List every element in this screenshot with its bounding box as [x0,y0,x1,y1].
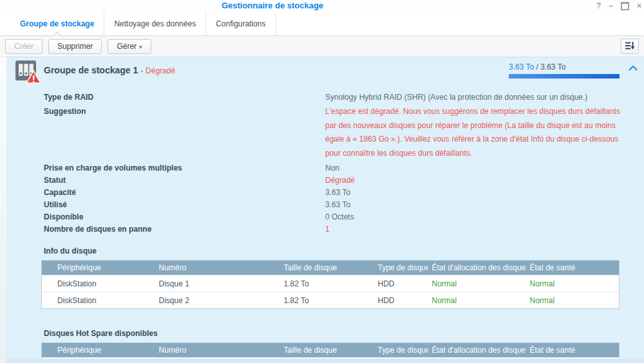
detail-label: Disponible [44,211,325,223]
detail-row-status: Statut Dégradé [44,174,644,187]
detail-value: 3.63 To [325,187,623,199]
disk-info-table: Périphérique Numéro Taille de disque Typ… [41,260,620,309]
storage-group-panel: Groupe de stockage 1 - Dégradé 3.63 To /… [6,57,644,363]
hot-spare-table: Périphérique Numéro Taille de disque Typ… [41,342,620,363]
delete-button[interactable]: Supprimer [48,39,102,54]
close-icon[interactable]: × [637,1,641,10]
detail-row-suggestion: Suggestion L'espace est dégradé. Nous vo… [44,105,644,160]
group-status: Dégradé [146,66,175,75]
tab-data-scrubbing[interactable]: Nettoyage des données [104,12,206,35]
column-header: État d'allocation des disques [428,343,526,358]
detail-row-multi-volume: Prise en charge de volumes multiples Non [44,162,644,174]
detail-row-raid-type: Type de RAID Synology Hybrid RAID (SHR) … [44,91,644,104]
detail-value: 0 Octets [325,211,623,223]
detail-label: Capacité [44,187,325,199]
toolbar: Créer Supprimer Gérer▾ [0,36,644,57]
storage-manager-window: Gestionnaire de stockage ? – × Groupe de… [0,0,644,363]
detail-label: Type de RAID [44,91,325,104]
cell-health-status: Normal [526,292,620,309]
tab-storage-group[interactable]: Groupe de stockage [10,12,104,35]
cell-type: HDD [374,292,428,309]
minimize-icon[interactable]: – [609,1,613,10]
column-header: État d'allocation des disques [428,261,526,275]
help-icon[interactable]: ? [596,1,601,10]
detail-row-failed-disks: Nombre de disques en panne 1 [44,223,644,236]
tab-bar: Groupe de stockage Nettoyage des données… [0,12,644,36]
tab-data-scrubbing-label: Nettoyage des données [114,19,196,28]
tab-configurations-label: Configurations [216,19,265,28]
column-header: Périphérique [42,343,155,358]
column-header: Taille de disque [280,261,374,275]
detail-label: Statut [44,174,325,187]
column-header: Taille de disque [280,343,374,358]
detail-label: Utilisé [44,199,325,211]
cell-type: HDD [374,275,428,292]
table-row[interactable]: DiskStation Disque 1 1.82 To HDD Normal … [42,275,620,292]
collapse-panel-button[interactable] [629,65,638,71]
cell-device: DiskStation [42,292,155,309]
cell-number: Disque 1 [155,275,280,292]
cell-number: Disque 2 [155,292,280,309]
column-header: Type de disque [374,261,428,275]
table-header-row: Périphérique Numéro Taille de disque Typ… [42,261,620,275]
column-header: Type de disque [374,343,428,358]
storage-group-header[interactable]: Groupe de stockage 1 - Dégradé 3.63 To /… [6,57,644,87]
tab-configurations[interactable]: Configurations [206,12,276,35]
group-details: Type de RAID Synology Hybrid RAID (SHR) … [6,87,644,236]
detail-row-used: Utilisé 3.63 To [44,199,644,211]
group-name: Groupe de stockage 1 [44,65,138,75]
usage-total: 3.63 To [540,62,565,71]
detail-value: 1 [325,223,623,236]
column-header: État de santé [526,343,620,358]
tab-storage-group-label: Groupe de stockage [20,19,94,28]
cell-size: 1.82 To [280,292,374,309]
usage-summary: 3.63 To / 3.63 To [509,62,626,79]
maximize-icon[interactable] [621,2,629,10]
titlebar: Gestionnaire de stockage ? – × [0,0,644,12]
window-controls: ? – × [596,0,641,12]
table-header-row: Périphérique Numéro Taille de disque Typ… [42,343,620,358]
column-header: Périphérique [42,261,155,275]
create-button[interactable]: Créer [5,39,43,54]
table-row[interactable]: DiskStation Disque 2 1.82 To HDD Normal … [42,292,620,309]
usage-used: 3.63 To [509,62,534,71]
cell-size: 1.82 To [280,275,374,292]
detail-value: Synology Hybrid RAID (SHR) (Avec la prot… [325,91,623,104]
detail-label: Nombre de disques en panne [44,223,325,236]
detail-row-available: Disponible 0 Octets [44,211,644,223]
empty-row: Pas de disque de secours disponible. [42,358,620,363]
manage-button-label: Gérer [117,42,137,51]
disk-info-title: Info du disque [44,247,644,256]
chevron-down-icon: ▾ [139,44,142,50]
detail-value: Dégradé [325,174,623,187]
detail-value: 3.63 To [325,199,623,211]
detail-value: L'espace est dégradé. Nous vous suggéron… [325,105,623,160]
column-header: Numéro [155,343,280,358]
storage-degraded-icon [14,60,41,84]
usage-progress-fill [509,74,620,79]
usage-text: 3.63 To / 3.63 To [509,62,626,71]
detail-value: Non [325,162,623,174]
cell-health-status: Normal [526,275,620,292]
cell-device: DiskStation [42,275,155,292]
group-title: Groupe de stockage 1 - Dégradé [44,65,175,75]
window-title: Gestionnaire de stockage [222,1,323,10]
detail-label: Suggestion [44,105,325,119]
cell-allocation-status: Normal [428,275,526,292]
sort-descending-icon [625,41,635,50]
detail-label: Prise en charge de volumes multiples [44,162,325,174]
empty-message: Pas de disque de secours disponible. [42,358,620,363]
chevron-up-icon [629,65,638,71]
usage-divider: / [534,62,540,71]
cell-allocation-status: Normal [428,292,526,309]
sort-button[interactable] [621,39,639,54]
detail-row-capacity: Capacité 3.63 To [44,187,644,199]
column-header: État de santé [526,261,620,275]
hot-spare-title: Disques Hot Spare disponibles [44,329,644,338]
group-status-separator: - [140,66,143,75]
column-header: Numéro [155,261,280,275]
manage-button[interactable]: Gérer▾ [108,39,151,54]
usage-progress-bar [509,74,620,79]
